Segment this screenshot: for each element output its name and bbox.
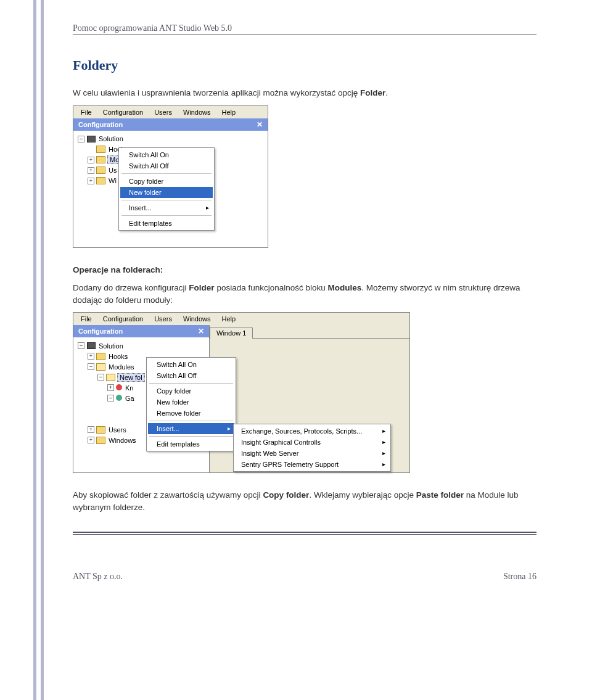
tree-node[interactable]: Windows (107, 437, 138, 444)
header-text: Pomoc oprogramowania ANT Studio Web 5.0 (73, 23, 232, 33)
tree-toggle[interactable]: − (107, 395, 114, 401)
tree-node[interactable]: Ga (124, 395, 136, 402)
ops-paragraph: Dodany do drzewa konfiguracji Folder pos… (73, 282, 536, 306)
menu-file[interactable]: File (76, 314, 97, 324)
section-title: Foldery (73, 57, 536, 73)
ctx-insert[interactable]: Insert... (148, 423, 234, 434)
ctx-edit-templates[interactable]: Edit templates (120, 218, 213, 229)
folder-icon (96, 177, 105, 185)
tree-toggle[interactable]: + (88, 167, 94, 174)
panel-title-bar: Configuration ✕ (73, 325, 209, 337)
tree-toggle[interactable]: − (78, 136, 84, 142)
page-left-decor (33, 0, 44, 700)
screenshot-1: File Configuration Users Windows Help Co… (73, 105, 268, 248)
separator (121, 173, 212, 174)
ctx-copy-folder[interactable]: Copy folder (148, 385, 234, 397)
tree-toggle[interactable]: + (88, 178, 94, 184)
tree-toggle[interactable]: − (78, 342, 84, 349)
folder-open-icon (96, 363, 105, 371)
tree-view: − Solution Hooks + Mo + Us (73, 131, 268, 247)
close-icon[interactable]: ✕ (198, 327, 204, 336)
tree-toggle[interactable]: + (88, 426, 94, 433)
folder-open-icon (106, 373, 115, 381)
tree-node-solution[interactable]: Solution (97, 135, 125, 142)
panel-title-text: Configuration (78, 327, 123, 335)
folder-icon (96, 146, 105, 154)
tree-toggle[interactable]: − (97, 374, 104, 381)
folder-icon (96, 167, 105, 175)
tree-node-solution[interactable]: Solution (97, 342, 125, 350)
menubar: File Configuration Users Windows Help (73, 106, 268, 118)
tree-node-selected[interactable]: New fol (117, 373, 145, 382)
tree-node[interactable]: Modules (107, 363, 136, 371)
ctx-new-folder[interactable]: New folder (148, 397, 234, 408)
folder-icon (96, 156, 105, 164)
panel-title-text: Configuration (78, 121, 123, 128)
tree-toggle[interactable]: − (88, 363, 94, 370)
separator (121, 200, 212, 200)
solution-icon (86, 342, 96, 350)
tree-node[interactable]: Users (107, 426, 128, 434)
tree-node[interactable]: Kn (124, 384, 134, 392)
solution-icon (86, 135, 96, 143)
tree-node[interactable]: Wi (107, 177, 118, 184)
page-footer: ANT Sp z o.o. Strona 16 (73, 572, 536, 582)
context-menu: Switch All On Switch All Off Copy folder… (146, 357, 236, 451)
module-icon (116, 384, 122, 390)
ctx-switch-all-off[interactable]: Switch All Off (148, 370, 234, 381)
menu-help[interactable]: Help (217, 107, 241, 117)
ctx-insert[interactable]: Insert... (120, 202, 213, 213)
ctx-switch-all-on[interactable]: Switch All On (120, 149, 213, 160)
menu-windows[interactable]: Windows (178, 107, 216, 117)
module-icon (116, 395, 122, 401)
menu-users[interactable]: Users (149, 314, 177, 324)
sub-exchange[interactable]: Exchange, Sources, Protocols, Scripts... (235, 426, 389, 437)
menubar: File Configuration Users Windows Help (73, 313, 409, 325)
folder-icon (96, 436, 105, 444)
tab-strip: Window 1 (210, 325, 409, 338)
ctx-copy-folder[interactable]: Copy folder (120, 176, 213, 187)
menu-help[interactable]: Help (217, 314, 241, 324)
tab-window-1[interactable]: Window 1 (210, 327, 253, 339)
tree-toggle[interactable]: + (88, 353, 94, 360)
ctx-switch-all-on[interactable]: Switch All On (148, 359, 234, 370)
menu-users[interactable]: Users (149, 107, 177, 117)
copy-paragraph: Aby skopiować folder z zawartością używa… (73, 489, 536, 513)
footer-right: Strona 16 (503, 572, 536, 582)
tree-toggle[interactable]: + (88, 157, 94, 163)
separator (149, 436, 233, 437)
ops-heading: Operacje na folderach: (73, 264, 536, 276)
insert-submenu: Exchange, Sources, Protocols, Scripts...… (233, 424, 391, 472)
ctx-remove-folder[interactable]: Remove folder (148, 408, 234, 419)
page-header: Pomoc oprogramowania ANT Studio Web 5.0 (73, 23, 536, 35)
screenshot-2: File Configuration Users Windows Help Co… (73, 312, 410, 473)
footer-left: ANT Sp z o.o. (73, 572, 123, 582)
tree-toggle[interactable]: + (107, 384, 114, 391)
folder-icon (96, 352, 105, 360)
close-icon[interactable]: ✕ (257, 120, 263, 129)
tree-node[interactable]: Hooks (107, 353, 129, 360)
folder-icon (96, 426, 105, 434)
sub-sentry-gprs[interactable]: Sentry GPRS Telemetry Support (235, 459, 389, 470)
sub-insight-web[interactable]: Insight Web Server (235, 448, 389, 459)
separator (149, 421, 233, 421)
separator (149, 383, 233, 384)
context-menu: Switch All On Switch All Off Copy folder… (118, 147, 215, 231)
menu-windows[interactable]: Windows (178, 314, 216, 324)
menu-configuration[interactable]: Configuration (98, 314, 148, 324)
tree-node[interactable]: Us (107, 167, 118, 174)
separator (121, 215, 212, 216)
panel-title-bar: Configuration ✕ (73, 118, 268, 131)
intro-paragraph: W celu uławienia i usprawnienia tworzeni… (73, 87, 536, 99)
ctx-new-folder[interactable]: New folder (120, 187, 213, 198)
footer-rule-thick (73, 530, 536, 533)
menu-file[interactable]: File (76, 107, 97, 117)
footer-rule-thin (73, 533, 536, 535)
menu-configuration[interactable]: Configuration (98, 107, 148, 117)
ctx-switch-all-off[interactable]: Switch All Off (120, 160, 213, 171)
tree-toggle[interactable]: + (88, 437, 94, 443)
sub-insight-graphical[interactable]: Insight Graphical Controlls (235, 437, 389, 448)
ctx-edit-templates[interactable]: Edit templates (148, 439, 234, 450)
